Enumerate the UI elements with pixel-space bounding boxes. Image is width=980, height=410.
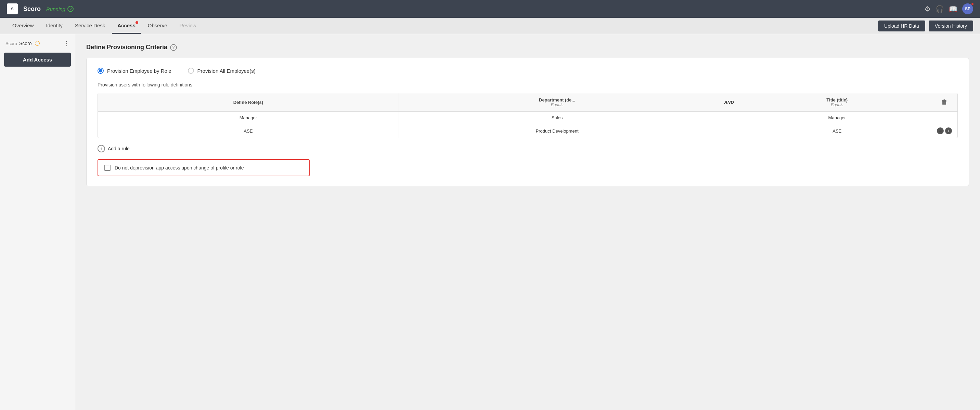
running-check-icon: ✓ — [67, 6, 73, 12]
deprovision-checkbox[interactable] — [104, 165, 111, 171]
col-department-header: Department (de... Equals — [399, 93, 715, 112]
tab-review[interactable]: Review — [174, 18, 202, 34]
main-layout: Scoro Scoro i ⋮ Add Access Define Provis… — [0, 34, 980, 410]
tab-access-label: Access — [118, 22, 135, 28]
logo-initial: S — [11, 7, 13, 11]
tab-access[interactable]: Access — [112, 18, 141, 34]
minus-row-button[interactable]: − — [937, 127, 944, 134]
row2-role: ASE — [98, 124, 399, 138]
app-logo-box: S — [7, 3, 18, 14]
deprovision-checkbox-label: Do not deprovision app access upon chang… — [115, 165, 243, 171]
running-label: Running — [46, 6, 65, 12]
col-title-sub: Equals — [748, 103, 926, 107]
sidebar-logo-small: Scoro — [5, 41, 17, 46]
row2-department: Product Development — [399, 124, 715, 138]
rules-table: Define Role(s) Department (de... Equals … — [98, 93, 958, 138]
provision-by-role-label: Provision Employee by Role — [107, 68, 172, 74]
row1-role: Manager — [98, 112, 399, 124]
row2-title: ASE — [743, 124, 931, 138]
header-trash-icon[interactable]: 🗑 — [941, 99, 948, 106]
add-access-button[interactable]: Add Access — [4, 52, 71, 66]
book-icon[interactable]: 📖 — [949, 5, 958, 13]
col-department-label: Department (de... — [539, 97, 575, 103]
row2-actions: − + — [931, 124, 958, 138]
top-bar-right: ⚙ 🎧 📖 SP — [924, 3, 973, 14]
col-department-sub: Equals — [404, 103, 710, 107]
rules-table-wrapper: Define Role(s) Department (de... Equals … — [97, 93, 958, 138]
add-rule-row[interactable]: + Add a rule — [97, 145, 958, 152]
content-area: Define Provisioning Criteria ? Provision… — [75, 34, 980, 410]
avatar-notification-dot — [971, 3, 974, 5]
table-row: Manager Sales Manager — [98, 112, 958, 124]
version-history-button[interactable]: Version History — [929, 21, 973, 32]
tab-service-desk[interactable]: Service Desk — [70, 18, 111, 34]
table-row: ASE Product Development ASE − + — [98, 124, 958, 138]
radio-provision-by-role[interactable]: Provision Employee by Role — [97, 68, 172, 74]
radio-options-row: Provision Employee by Role Provision All… — [97, 68, 958, 74]
app-name: Scoro — [23, 5, 41, 13]
sidebar: Scoro Scoro i ⋮ Add Access — [0, 34, 75, 410]
tab-nav-right: Upload HR Data Version History — [878, 21, 973, 32]
col-title-header: Title (title) Equals — [743, 93, 931, 112]
provision-subtitle: Provision users with following rule defi… — [97, 82, 958, 87]
sidebar-header: Scoro Scoro i ⋮ — [4, 40, 71, 47]
row2-and — [716, 124, 743, 138]
plus-row-button[interactable]: + — [945, 127, 952, 134]
help-icon[interactable]: ? — [170, 44, 177, 51]
radio-inner — [99, 69, 102, 73]
col-roles-header: Define Role(s) — [98, 93, 399, 112]
row2-action-icons: − + — [937, 127, 952, 134]
radio-circle-empty — [188, 68, 194, 74]
section-title: Define Provisioning Criteria — [86, 44, 167, 51]
headset-icon[interactable]: 🎧 — [935, 5, 944, 13]
tab-identity[interactable]: Identity — [41, 18, 68, 34]
col-title-label: Title (title) — [826, 97, 848, 103]
running-badge: Running ✓ — [46, 6, 73, 12]
settings-icon[interactable]: ⚙ — [924, 5, 931, 13]
col-and-header: AND — [716, 93, 743, 112]
col-delete-header: 🗑 — [931, 93, 958, 112]
provisioning-card: Provision Employee by Role Provision All… — [86, 58, 969, 186]
section-title-row: Define Provisioning Criteria ? — [86, 44, 969, 51]
sidebar-info-icon: i — [35, 41, 40, 46]
add-rule-label: Add a rule — [108, 146, 130, 151]
tab-observe[interactable]: Observe — [142, 18, 173, 34]
row1-actions — [931, 112, 958, 124]
top-bar-left: S Scoro Running ✓ — [7, 3, 73, 14]
sidebar-app-name: Scoro — [19, 41, 32, 46]
row1-department: Sales — [399, 112, 715, 124]
add-rule-circle-icon: + — [97, 145, 105, 152]
sidebar-logo-row: Scoro Scoro i — [5, 41, 40, 46]
tab-overview[interactable]: Overview — [7, 18, 39, 34]
top-bar: S Scoro Running ✓ ⚙ 🎧 📖 SP — [0, 0, 980, 18]
row1-title: Manager — [743, 112, 931, 124]
avatar-initials: SP — [965, 6, 970, 11]
upload-hr-data-button[interactable]: Upload HR Data — [878, 21, 925, 32]
tab-nav-left: Overview Identity Service Desk Access Ob… — [7, 18, 202, 34]
access-badge-dot — [135, 21, 138, 24]
deprovision-checkbox-row[interactable]: Do not deprovision app access upon chang… — [97, 159, 310, 176]
row1-and — [716, 112, 743, 124]
user-avatar[interactable]: SP — [962, 3, 973, 14]
radio-provision-all-employees[interactable]: Provision All Employee(s) — [188, 68, 256, 74]
tab-nav: Overview Identity Service Desk Access Ob… — [0, 18, 980, 34]
kebab-menu-button[interactable]: ⋮ — [63, 40, 70, 47]
radio-circle-selected — [97, 68, 104, 74]
provision-all-label: Provision All Employee(s) — [197, 68, 256, 74]
